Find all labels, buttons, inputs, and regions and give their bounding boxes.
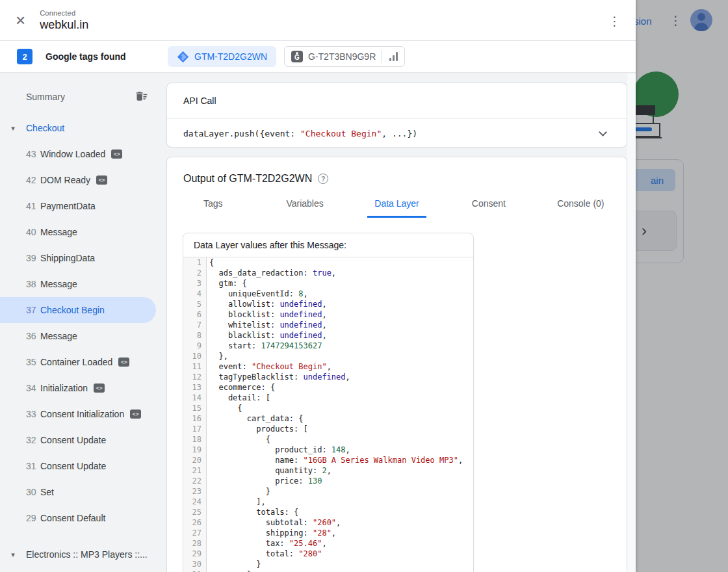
code-text: whitelist: undefined, (207, 320, 327, 330)
event-label: Consent Update (40, 461, 106, 471)
main-area: API Call dataLayer.push({event: "Checkou… (166, 73, 627, 572)
code-text: price: 130 (207, 476, 322, 486)
line-number: 29 (183, 549, 207, 559)
output-card: Output of GTM-T2D2G2WN ? TagsVariablesDa… (166, 157, 627, 572)
line-number: 30 (183, 559, 207, 569)
chevron-down-icon[interactable] (599, 128, 607, 136)
code-line: 19 product_id: 148, (183, 445, 473, 455)
line-number: 31 (183, 569, 207, 572)
tab-tags[interactable]: Tags (167, 196, 259, 218)
code-line: 1{ (183, 257, 473, 268)
api-call-code-row[interactable]: dataLayer.push({event: "Checkout Begin",… (167, 118, 627, 148)
sidebar-item-container-loaded[interactable]: 35Container Loaded<> (0, 349, 156, 375)
code-text: total: "280" (207, 549, 322, 559)
tags-found-label: Google tags found (46, 51, 142, 62)
help-icon[interactable]: ? (318, 174, 328, 184)
code-line: 12 tagTypeBlacklist: undefined, (183, 372, 473, 382)
code-line: 4 uniqueEventId: 8, (183, 289, 473, 299)
code-badge-icon: <> (96, 176, 107, 185)
code-line: 16 cart_data: { (183, 413, 473, 424)
sidebar-group-label: Checkout (26, 123, 64, 133)
analytics-bars-icon[interactable] (388, 52, 398, 61)
code-line: 13 ecommerce: { (183, 382, 473, 393)
sidebar-group-electronics-mp3-players[interactable]: ▾Electronics :: MP3 Players ::... (0, 547, 156, 562)
code-text: }, (207, 569, 256, 572)
event-number: 36 (26, 331, 40, 341)
sidebar-item-consent-update[interactable]: 32Consent Update (0, 427, 156, 453)
gtm-container-chip[interactable]: GTM-T2D2G2WN (168, 46, 276, 67)
code-text: } (207, 559, 261, 569)
event-label: DOM Ready (40, 175, 90, 185)
event-label: Consent Update (40, 435, 106, 445)
sidebar-item-link-click[interactable]: 28Link Click (0, 567, 156, 572)
code-line: 7 whitelist: undefined, (183, 320, 473, 330)
sidebar-item-checkout-begin[interactable]: 37Checkout Begin (0, 297, 156, 323)
event-label: Initialization (40, 383, 88, 393)
tab-consent[interactable]: Consent (443, 196, 534, 218)
code-line: 18 { (183, 434, 473, 445)
code-line: 20 name: "16GB A Series Walkman Video MP… (183, 455, 473, 465)
line-number: 16 (183, 413, 207, 424)
panel-content: Summary ▾Checkout43Window Loaded<>42DOM … (0, 73, 627, 572)
sidebar-item-consent-update[interactable]: 31Consent Update (0, 453, 156, 479)
tags-count-badge: 2 (17, 49, 32, 64)
event-number: 42 (26, 175, 40, 185)
code-text: totals: { (207, 507, 298, 517)
code-line: 17 products: [ (183, 424, 473, 434)
code-text: quantity: 2, (207, 465, 332, 476)
line-number: 28 (183, 538, 207, 549)
code-text: gtm: { (207, 278, 247, 289)
sidebar-item-message[interactable]: 40Message (0, 219, 156, 245)
code-line: 11 event: "Checkout Begin", (183, 361, 473, 372)
line-number: 8 (183, 330, 207, 341)
event-number: 39 (26, 253, 40, 263)
code-text: products: [ (207, 424, 308, 434)
line-number: 9 (183, 341, 207, 351)
sidebar-item-initialization[interactable]: 34Initialization<> (0, 375, 156, 401)
sidebar-item-window-loaded[interactable]: 43Window Loaded<> (0, 141, 156, 167)
sidebar-item-set[interactable]: 30Set (0, 479, 156, 505)
caret-down-icon: ▾ (0, 551, 26, 559)
tab-variables[interactable]: Variables (259, 196, 350, 218)
datalayer-box: Data Layer values after this Message: 1{… (183, 233, 474, 572)
sidebar-groups: ▾Checkout43Window Loaded<>42DOM Ready<>4… (0, 120, 156, 572)
sidebar-item-dom-ready[interactable]: 42DOM Ready<> (0, 167, 156, 193)
tab-data-layer[interactable]: Data Layer (351, 196, 443, 218)
code-line: 3 gtm: { (183, 278, 473, 289)
summary-row[interactable]: Summary (0, 89, 156, 105)
panel-kebab-icon[interactable]: ⋮ (608, 14, 621, 29)
line-number: 26 (183, 517, 207, 528)
code-text: subtotal: "260", (207, 517, 341, 528)
sidebar-group-checkout[interactable]: ▾Checkout (0, 120, 156, 136)
code-text: allowlist: undefined, (207, 299, 327, 309)
clear-requests-icon[interactable] (135, 90, 148, 105)
code-badge-icon: <> (118, 358, 129, 367)
code-text: blacklist: undefined, (207, 330, 327, 341)
sidebar-item-shippingdata[interactable]: 39ShippingData (0, 245, 156, 271)
event-number: 34 (26, 383, 40, 393)
sidebar-item-message[interactable]: 38Message (0, 271, 156, 297)
tab-console-0[interactable]: Console (0) (535, 196, 627, 218)
caret-down-icon: ▾ (0, 124, 26, 133)
sidebar-item-consent-default[interactable]: 29Consent Default (0, 505, 156, 531)
event-number: 41 (26, 201, 40, 211)
ga-measurement-chip[interactable]: G G-T2T3BN9G9R (284, 46, 405, 67)
sidebar-item-message[interactable]: 36Message (0, 323, 156, 349)
code-line: 9 start: 1747294153627 (183, 341, 473, 351)
sidebar-item-consent-initialization[interactable]: 33Consent Initialization<> (0, 401, 156, 427)
event-label: Window Loaded (40, 149, 105, 159)
panel-scrollbar[interactable] (627, 73, 636, 572)
ga-measurement-id: G-T2T3BN9G9R (308, 51, 376, 62)
sidebar-item-paymentdata[interactable]: 41PaymentData (0, 193, 156, 219)
line-number: 7 (183, 320, 207, 330)
code-line: 29 total: "280" (183, 549, 473, 559)
close-icon[interactable]: × (16, 12, 25, 29)
code-line: 23 } (183, 486, 473, 497)
line-number: 27 (183, 528, 207, 538)
datalayer-code[interactable]: 1{2 ads_data_redaction: true,3 gtm: {4 u… (183, 257, 473, 572)
event-number: 31 (26, 461, 40, 471)
code-text: { (207, 257, 214, 268)
line-number: 2 (183, 268, 207, 278)
connection-info: Connected webkul.in (40, 9, 88, 32)
code-badge-icon: <> (94, 384, 105, 393)
